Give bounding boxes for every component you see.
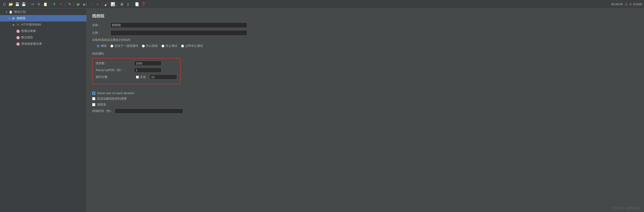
name-label: 名称： xyxy=(92,23,110,27)
warning-count: 0 xyxy=(630,3,631,6)
radio-continue-input[interactable] xyxy=(97,45,100,48)
sidebar-item-listener1[interactable]: 🌸 察看结果树 xyxy=(0,28,86,34)
scheduler-item[interactable]: 调度器 xyxy=(92,103,638,107)
thread-properties-section: 线程数： Ramp-Up时间（秒）： 循环次数 永远 xyxy=(92,58,180,84)
duration-row: 持续时间（秒） xyxy=(92,109,638,114)
thread-count-label: 线程数： xyxy=(96,61,132,65)
timer-display: 00:00:05 xyxy=(611,3,623,6)
loop-count-input[interactable] xyxy=(150,75,177,80)
error-action-section: 在取样器错误后要执行的动作 继续 启动下一进程循环 停止线程 停止测试 xyxy=(92,38,638,48)
error-action-radio-group: 继续 启动下一进程循环 停止线程 停止测试 立即停止测试 xyxy=(92,44,638,48)
radio-stop-now[interactable]: 立即停止测试 xyxy=(181,44,203,48)
radio-stop-thread-input[interactable] xyxy=(142,45,145,48)
threadgroup-arrow: ▼ xyxy=(8,17,12,20)
comment-label: 注释： xyxy=(92,31,110,35)
loop-forever-label[interactable]: 永远 xyxy=(136,75,146,79)
loop-count-row: 循环次数 永远 xyxy=(96,75,177,80)
same-user-label: Same user on each iteration xyxy=(97,91,134,95)
radio-start-next[interactable]: 启动下一进程循环 xyxy=(110,44,138,48)
save-all-icon[interactable]: 💾 xyxy=(21,2,26,7)
checkbox-section: Same user on each iteration 延迟创建线程直到需要 调… xyxy=(92,91,638,107)
scheduler-label: 调度器 xyxy=(97,103,106,107)
save-icon[interactable]: 💾 xyxy=(14,2,20,7)
sidebar: ▼ 📋 测试计划 ▼ ⚙ 线程组 ▶ ✎ HTTP请求8081 🌸 察看结果树 … xyxy=(0,9,87,212)
threadgroup-label: 线程组 xyxy=(17,16,26,20)
duration-label: 持续时间（秒） xyxy=(92,109,113,113)
warning-icon: ⚠ xyxy=(624,2,628,7)
ramp-up-label: Ramp-Up时间（秒）： xyxy=(96,68,132,72)
comment-input[interactable] xyxy=(110,30,247,36)
template-icon[interactable]: 📑 xyxy=(134,2,140,7)
main-layout: ▼ 📋 测试计划 ▼ ⚙ 线程组 ▶ ✎ HTTP请求8081 🌸 察看结果树 … xyxy=(0,9,644,212)
thread-properties-wrapper: 线程属性 线程数： Ramp-Up时间（秒）： 循环次数 永远 xyxy=(92,52,638,88)
listener2-icon: 🌸 xyxy=(16,35,20,40)
loop-count-label: 循环次数 xyxy=(96,75,132,79)
config-icon[interactable]: ✎ xyxy=(67,2,72,7)
delay-create-label: 延迟创建线程直到需要 xyxy=(97,97,127,101)
thread-properties-title: 线程属性 xyxy=(92,52,638,56)
name-input[interactable] xyxy=(110,22,247,28)
new-icon[interactable]: 🗋 xyxy=(2,2,7,7)
listener3-icon: 🌸 xyxy=(16,42,20,46)
error-action-title: 在取样器错误后要执行的动作 xyxy=(92,38,638,42)
sep3 xyxy=(65,2,65,7)
play-from-icon[interactable]: ▶| xyxy=(82,2,88,7)
testplan-arrow: ▼ xyxy=(6,11,9,13)
same-user-checkbox[interactable] xyxy=(92,92,95,95)
thread-count-input[interactable] xyxy=(134,61,162,66)
radio-stop-test-input[interactable] xyxy=(162,45,164,48)
listener3-label: 用表格察看结果 xyxy=(21,42,42,46)
help-icon[interactable]: ❓ xyxy=(141,2,146,7)
copy-icon[interactable]: ⎘ xyxy=(36,2,42,7)
delay-create-item[interactable]: 延迟创建线程直到需要 xyxy=(92,97,638,101)
toolbar-right: 00:00:05 ⚠ 0 0/1000 xyxy=(611,2,642,7)
sep6 xyxy=(117,2,118,7)
ramp-up-input[interactable] xyxy=(134,68,162,73)
comment-row: 注释： xyxy=(92,30,638,36)
sidebar-item-listener3[interactable]: 🌸 用表格察看结果 xyxy=(0,41,86,47)
radio-stop-now-label: 立即停止测试 xyxy=(185,44,203,48)
radio-stop-now-input[interactable] xyxy=(181,45,184,48)
open-icon[interactable]: 📂 xyxy=(8,2,14,7)
same-user-item[interactable]: Same user on each iteration xyxy=(92,91,638,95)
play-icon[interactable]: ▶ xyxy=(76,2,81,7)
testplan-icon: 📋 xyxy=(9,10,13,14)
content-area: 线程组 名称： 注释： 在取样器错误后要执行的动作 继续 启动下一进程循环 xyxy=(87,9,644,212)
clear-icon[interactable]: 🧹 xyxy=(104,2,109,7)
threadgroup-icon: ⚙ xyxy=(12,16,16,20)
ramp-up-row: Ramp-Up时间（秒）： xyxy=(96,68,177,73)
http-arrow: ▶ xyxy=(13,24,16,26)
duration-input[interactable] xyxy=(115,109,183,114)
counter-display: 0/1000 xyxy=(633,3,642,6)
add-icon[interactable]: + xyxy=(52,2,57,7)
scheduler-checkbox[interactable] xyxy=(92,103,95,106)
cut-icon[interactable]: ✂ xyxy=(30,2,35,7)
radio-start-next-input[interactable] xyxy=(110,45,113,48)
delay-create-checkbox[interactable] xyxy=(92,97,95,100)
sidebar-item-http[interactable]: ▶ ✎ HTTP请求8081 xyxy=(0,22,86,28)
listener1-label: 察看结果树 xyxy=(21,29,36,33)
report-icon[interactable]: 📊 xyxy=(110,2,116,7)
radio-start-next-label: 启动下一进程循环 xyxy=(114,44,138,48)
sep2 xyxy=(50,2,50,7)
page-title: 线程组 xyxy=(92,13,638,19)
function-icon[interactable]: Σ xyxy=(126,2,131,7)
remote-icon[interactable]: 🖥 xyxy=(119,2,124,7)
remove-icon[interactable]: − xyxy=(58,2,64,7)
loop-forever-checkbox[interactable] xyxy=(136,76,139,79)
stop-icon[interactable]: ⬛ xyxy=(88,2,94,7)
http-label: HTTP请求8081 xyxy=(21,23,42,27)
radio-stop-thread-label: 停止线程 xyxy=(146,44,158,48)
listener2-label: 聚合报告 xyxy=(21,35,33,40)
loop-forever-text: 永远 xyxy=(140,75,146,79)
toolbar: 🗋 📂 💾 💾 ✂ ⎘ 📋 + − ✎ ▶ ▶| ⬛ ✕ 🧹 📊 🖥 Σ 📑 ❓… xyxy=(0,0,644,9)
radio-stop-test[interactable]: 停止测试 xyxy=(162,44,178,48)
sidebar-item-listener2[interactable]: 🌸 聚合报告 xyxy=(0,34,86,41)
paste-icon[interactable]: 📋 xyxy=(43,2,48,7)
radio-stop-thread[interactable]: 停止线程 xyxy=(142,44,158,48)
radio-continue[interactable]: 继续 xyxy=(97,44,107,48)
sidebar-item-testplan[interactable]: ▼ 📋 测试计划 xyxy=(0,9,86,15)
stop-now-icon[interactable]: ✕ xyxy=(95,2,100,7)
http-icon: ✎ xyxy=(16,23,20,27)
sidebar-item-threadgroup[interactable]: ▼ ⚙ 线程组 xyxy=(0,15,86,22)
